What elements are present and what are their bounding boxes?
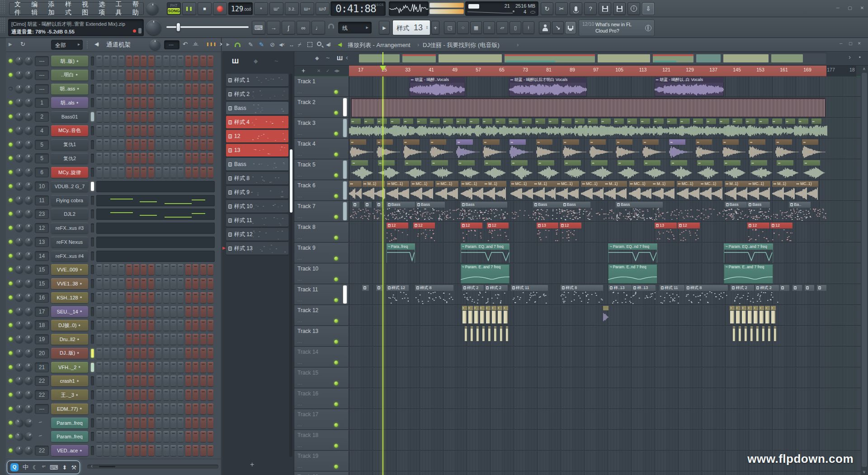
track-led[interactable] <box>334 444 338 448</box>
step-button[interactable] <box>193 348 198 359</box>
step-button[interactable] <box>163 375 169 386</box>
step-button[interactable] <box>126 97 132 108</box>
channel-selector-led[interactable] <box>91 376 94 385</box>
channel-mute-led[interactable] <box>9 156 13 160</box>
channel-button[interactable]: Param..freq <box>51 431 88 442</box>
wait-button[interactable]: Ш° <box>269 2 283 15</box>
step-button[interactable] <box>193 264 198 275</box>
channel-volume-knob[interactable] <box>25 182 33 190</box>
step-button[interactable] <box>133 306 139 317</box>
audio-clip-key[interactable]: ▸ <box>491 306 496 324</box>
step-button[interactable] <box>170 97 176 108</box>
cr-h-scroll-arrow[interactable]: ‹ <box>91 463 93 469</box>
step-button[interactable] <box>156 70 161 81</box>
pattern-clip[interactable]: 样式 11 <box>660 285 684 304</box>
audio-clip-chop[interactable]: ▸▸MC..1) <box>795 181 818 200</box>
track-lane[interactable] <box>349 97 857 117</box>
step-button[interactable] <box>208 306 213 317</box>
audio-clip-hit[interactable]: ▸▸ <box>590 139 613 159</box>
channel-number[interactable]: 15 <box>35 265 49 275</box>
ruler-arrows-icon[interactable]: ◀▶ <box>334 69 340 73</box>
step-button[interactable] <box>141 320 146 331</box>
step-button[interactable] <box>178 390 184 400</box>
audio-clip-hit[interactable]: ▸▸ <box>696 139 719 159</box>
audio-clip-key[interactable]: ▸ <box>759 306 764 324</box>
audio-clip-tab[interactable]: ▸▸ <box>706 119 716 124</box>
pl-slice-icon[interactable]: ⌿ <box>298 41 302 48</box>
track-header[interactable]: Track 9... <box>294 243 349 263</box>
step-button[interactable] <box>185 418 191 428</box>
center-button[interactable]: 中 <box>23 463 28 471</box>
channel-number[interactable]: 18 <box>35 320 49 330</box>
track-lane[interactable] <box>349 430 857 450</box>
pl-preview-icon[interactable]: ◀‖ <box>326 42 330 47</box>
audio-tail-bar[interactable] <box>774 328 776 341</box>
channel-pan-knob[interactable] <box>15 99 23 106</box>
step-button[interactable] <box>133 375 139 386</box>
typing-piano-button[interactable]: ⌨ <box>50 464 58 471</box>
channel-volume-knob[interactable] <box>25 266 33 273</box>
channel-mute-led[interactable] <box>9 73 13 77</box>
pl-delete-icon[interactable]: ⊘ <box>270 41 275 48</box>
save-as-button[interactable] <box>613 2 626 15</box>
step-button[interactable] <box>118 84 124 95</box>
step-button[interactable] <box>185 111 191 122</box>
step-button[interactable] <box>193 278 198 289</box>
step-button[interactable] <box>141 404 146 414</box>
channel-pan-knob[interactable] <box>15 113 23 120</box>
step-button[interactable] <box>200 125 206 136</box>
audio-clip-burst[interactable]: ▸▸ <box>564 160 586 180</box>
artist-button[interactable] <box>539 21 551 34</box>
channel-selector-led[interactable] <box>91 57 94 66</box>
step-button[interactable] <box>141 264 146 275</box>
browser-button[interactable]: ▱ <box>496 21 508 34</box>
channel-pan-knob[interactable] <box>15 85 23 93</box>
step-button[interactable] <box>193 125 198 136</box>
channel-volume-knob[interactable] <box>25 349 33 357</box>
step-button[interactable] <box>156 418 161 428</box>
step-button[interactable] <box>156 264 161 275</box>
step-button[interactable] <box>163 362 169 373</box>
menu-item-1[interactable]: 编辑 <box>31 0 42 17</box>
pattern-clip[interactable]: 样式 2 <box>462 285 484 304</box>
audio-clip-burst[interactable]: ▸▸ <box>378 160 400 180</box>
step-button[interactable] <box>133 362 139 373</box>
channel-mute-led[interactable] <box>9 226 13 230</box>
step-button[interactable] <box>185 375 191 386</box>
audio-clip-tab[interactable]: ▸▸ <box>535 119 545 124</box>
step-button[interactable] <box>163 139 169 150</box>
step-button[interactable] <box>126 445 132 456</box>
channel-selector-led[interactable] <box>91 279 94 288</box>
step-button[interactable] <box>111 375 117 386</box>
track-lane[interactable]: ▸▸▸▸▸▸▸▸▸▸▸▸▸▸▸▸ <box>349 305 857 325</box>
channel-selector-led[interactable] <box>91 335 94 344</box>
audio-clip-stripes[interactable] <box>351 98 826 117</box>
channel-selector-led[interactable] <box>91 238 94 247</box>
step-button[interactable] <box>111 445 117 456</box>
audio-clip[interactable]: ▸▸胡蓝 - 喝醉以后才明白 Vocals <box>509 77 586 96</box>
channel-mute-led[interactable] <box>9 198 13 202</box>
channel-number[interactable]: 10 <box>35 181 49 191</box>
step-button[interactable] <box>193 306 198 317</box>
audio-clip-tab[interactable]: ▸▸ <box>430 119 440 124</box>
channel-volume-knob[interactable] <box>25 113 33 120</box>
step-button[interactable] <box>185 334 191 345</box>
automation-clip-block[interactable]: ~Param. E..nd 7 freq <box>608 264 657 284</box>
track-led[interactable] <box>334 381 338 385</box>
audio-clip-tab[interactable]: ▸▸ <box>351 119 361 124</box>
audio-tail-bar[interactable] <box>482 328 485 341</box>
step-button[interactable] <box>133 56 139 66</box>
channel-button[interactable]: Dru..ll2✦ <box>51 334 88 345</box>
save-button[interactable] <box>599 2 611 15</box>
step-button[interactable] <box>141 125 146 136</box>
step-button[interactable] <box>126 139 132 150</box>
step-button[interactable] <box>163 84 169 95</box>
step-button[interactable] <box>141 362 146 373</box>
channel-button[interactable]: MCy..旋律 <box>51 167 88 178</box>
maximize-button[interactable]: ▢ <box>845 4 854 11</box>
pl-draw-icon[interactable]: ✎ <box>248 41 253 48</box>
step-button[interactable] <box>104 431 109 442</box>
channel-pan-knob[interactable] <box>15 405 23 413</box>
channel-volume-knob[interactable] <box>25 405 33 413</box>
channel-mute-led[interactable] <box>9 434 13 438</box>
